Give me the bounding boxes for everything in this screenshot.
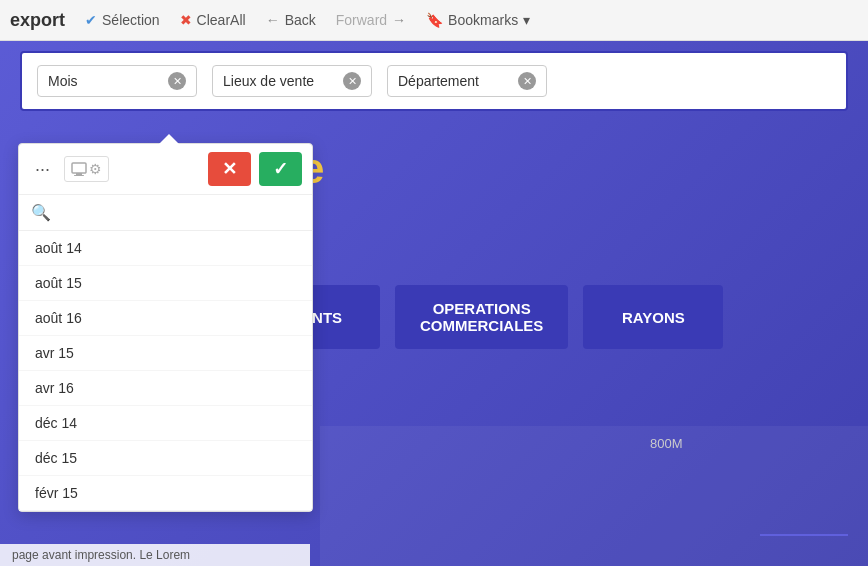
filter-lieux-label: Lieux de vente [223,73,314,89]
screen-icon [71,161,87,177]
toolbar-screen-button[interactable]: ⚙ [64,156,109,182]
dropdown-search-bar[interactable]: 🔍 [19,195,312,231]
forward-label: Forward [336,12,387,28]
dropdown-item[interactable]: avr 15 [19,336,312,371]
dropdown-item[interactable]: déc 14 [19,406,312,441]
filter-dept-label: Département [398,73,479,89]
cross-icon: ✖ [180,12,192,28]
chart-area: 800M [320,426,868,566]
rayons-button[interactable]: RAYONS [583,285,723,349]
screen-gear-icon: ⚙ [89,161,102,177]
toolbar-more-icon[interactable]: ··· [29,157,56,182]
dropdown-item[interactable]: févr 15 [19,476,312,511]
dropdown-item[interactable]: août 14 [19,231,312,266]
check-icon: ✔ [85,12,97,28]
back-label: Back [285,12,316,28]
dropdown-list: août 14août 15août 16avr 15avr 16déc 14d… [19,231,312,511]
bookmarks-chevron-icon: ▾ [523,12,530,28]
filter-bar: Mois ✕ Lieux de vente ✕ Département ✕ [20,51,848,111]
dropdown-item[interactable]: août 15 [19,266,312,301]
bookmark-icon: 🔖 [426,12,443,28]
export-label: export [10,10,65,31]
svg-rect-1 [76,173,82,175]
selection-label: Sélection [102,12,160,28]
cancel-button[interactable]: ✕ [208,152,251,186]
dropdown-item[interactable]: déc 15 [19,441,312,476]
filter-chip-dept[interactable]: Département ✕ [387,65,547,97]
filter-chip-lieux[interactable]: Lieux de vente ✕ [212,65,372,97]
bookmarks-label: Bookmarks [448,12,518,28]
filter-chip-mois[interactable]: Mois ✕ [37,65,197,97]
nav-clearall[interactable]: ✖ ClearAll [180,12,246,28]
chart-line [760,534,848,536]
filter-lieux-close-icon[interactable]: ✕ [343,72,361,90]
nav-forward[interactable]: Forward → [336,12,406,28]
operations-button[interactable]: OPERATIONS COMMERCIALES [395,285,568,349]
confirm-button[interactable]: ✓ [259,152,302,186]
dropdown-panel: ··· ⚙ ✕ ✓ 🔍 août 14août 15août 16avr 15a… [18,143,313,512]
dropdown-item[interactable]: avr 16 [19,371,312,406]
filter-mois-label: Mois [48,73,78,89]
nav-selection[interactable]: ✔ Sélection [85,12,160,28]
filter-mois-close-icon[interactable]: ✕ [168,72,186,90]
notice-text: page avant impression. Le Lorem [12,548,190,562]
notice-bar: page avant impression. Le Lorem [0,544,310,566]
forward-arrow-icon: → [392,12,406,28]
nav-bookmarks[interactable]: 🔖 Bookmarks ▾ [426,12,530,28]
svg-rect-2 [74,175,84,176]
dropdown-item[interactable]: août 16 [19,301,312,336]
dropdown-arrow [159,134,179,144]
dropdown-toolbar: ··· ⚙ ✕ ✓ [19,144,312,195]
clearall-label: ClearAll [197,12,246,28]
search-input[interactable] [57,204,300,221]
chart-y-label: 800M [650,436,683,451]
nav-back[interactable]: ← Back [266,12,316,28]
top-nav-bar: export ✔ Sélection ✖ ClearAll ← Back For… [0,0,868,41]
back-arrow-icon: ← [266,12,280,28]
svg-rect-0 [72,163,86,173]
filter-dept-close-icon[interactable]: ✕ [518,72,536,90]
search-icon: 🔍 [31,203,51,222]
